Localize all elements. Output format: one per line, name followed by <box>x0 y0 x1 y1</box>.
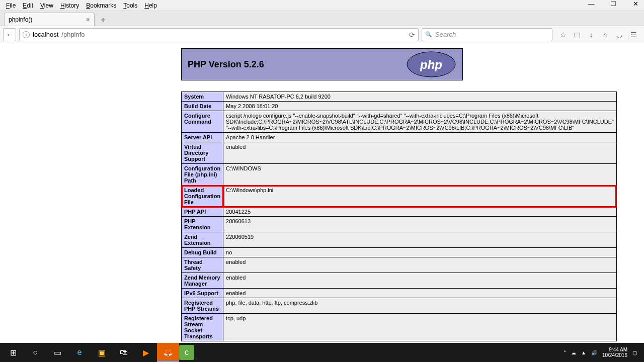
camtasia-icon[interactable]: c <box>179 345 194 360</box>
config-key: Loaded Configuration File <box>182 186 223 207</box>
tray-notifications-icon[interactable]: ▢ <box>632 350 637 355</box>
config-key: Virtual Directory Support <box>182 142 223 164</box>
config-key: PHP Extension <box>182 217 223 232</box>
cortana-icon[interactable]: ○ <box>24 343 46 362</box>
pocket-icon[interactable]: ◡ <box>615 31 624 39</box>
tray-up-icon[interactable]: ˄ <box>564 350 566 355</box>
minimize-button[interactable]: — <box>585 0 598 8</box>
tab-title: phpinfo() <box>9 16 32 23</box>
url-host: localhost <box>33 31 58 38</box>
config-value: 20060613 <box>223 217 617 232</box>
explorer-icon[interactable]: ▣ <box>91 343 113 362</box>
store-icon[interactable]: 🛍 <box>113 343 135 362</box>
config-key: Debug Build <box>182 248 223 257</box>
tray-volume-icon[interactable]: 🔊 <box>591 350 597 355</box>
menu-history[interactable]: History <box>57 1 82 10</box>
maximize-button[interactable]: ☐ <box>607 0 620 8</box>
firefox-icon[interactable]: 🦊 <box>157 343 179 362</box>
config-key: IPv6 Support <box>182 289 223 298</box>
phpinfo-table: SystemWindows NT RASATOP-PC 6.2 build 92… <box>181 92 617 341</box>
php-version-title: PHP Version 5.2.6 <box>188 59 264 70</box>
taskview-icon[interactable]: ▭ <box>46 343 68 362</box>
config-value: 20041225 <box>223 207 617 217</box>
hamburger-menu-icon[interactable]: ☰ <box>629 31 638 39</box>
home-icon[interactable]: ⌂ <box>601 31 610 39</box>
table-row: Registered Stream Socket Transportstcp, … <box>182 314 617 341</box>
tray-clock[interactable]: 9:44 AM 10/24/2016 <box>602 347 627 358</box>
config-value: Apache 2.0 Handler <box>223 133 617 142</box>
phpinfo-header: PHP Version 5.2.6 php <box>181 48 463 80</box>
tab-phpinfo[interactable]: phpinfo() × <box>4 13 95 26</box>
page-content[interactable]: PHP Version 5.2.6 php SystemWindows NT R… <box>0 43 644 343</box>
table-row: Server APIApache 2.0 Handler <box>182 133 617 142</box>
close-button[interactable]: ✕ <box>629 0 642 8</box>
config-value: cscript /nologo configure.js "--enable-s… <box>223 111 617 133</box>
config-value: Windows NT RASATOP-PC 6.2 build 9200 <box>223 92 617 102</box>
bookmark-star-icon[interactable]: ☆ <box>558 31 568 39</box>
menu-view[interactable]: View <box>37 1 56 10</box>
config-key: Registered Stream Socket Transports <box>182 314 223 341</box>
media-icon[interactable]: ▶ <box>135 343 157 362</box>
table-row: Configure Commandcscript /nologo configu… <box>182 111 617 133</box>
table-row: PHP Extension20060613 <box>182 217 617 232</box>
menu-help[interactable]: Help <box>141 1 160 10</box>
php-logo-icon: php <box>406 51 456 78</box>
config-value: tcp, udp <box>223 314 617 341</box>
start-button[interactable]: ⊞ <box>2 343 24 362</box>
config-key: Zend Memory Manager <box>182 273 223 289</box>
table-row: Thread Safetyenabled <box>182 257 617 273</box>
tray-wifi-icon[interactable]: ▲ <box>581 350 586 355</box>
downloads-icon[interactable]: ↓ <box>587 31 596 39</box>
table-row: Zend Extension220060519 <box>182 232 617 248</box>
table-row: SystemWindows NT RASATOP-PC 6.2 build 92… <box>182 92 617 102</box>
reload-icon[interactable]: ⟳ <box>409 31 415 39</box>
config-key: PHP API <box>182 207 223 217</box>
tab-close-icon[interactable]: × <box>86 16 90 24</box>
config-key: Server API <box>182 133 223 142</box>
table-row: Zend Memory Managerenabled <box>182 273 617 289</box>
library-icon[interactable]: ▤ <box>573 31 582 39</box>
table-row: Build DateMay 2 2008 18:01:20 <box>182 102 617 111</box>
table-row: Configuration File (php.ini) PathC:\WIND… <box>182 164 617 186</box>
menu-tools[interactable]: Tools <box>120 1 140 10</box>
config-value: 220060519 <box>223 232 617 248</box>
config-value: enabled <box>223 289 617 298</box>
search-input[interactable]: Search <box>422 28 552 41</box>
config-value: C:\Windows\php.ini <box>223 186 617 207</box>
config-value: php, file, data, http, ftp, compress.zli… <box>223 298 617 314</box>
table-row: IPv6 Supportenabled <box>182 289 617 298</box>
table-row: Virtual Directory Supportenabled <box>182 142 617 164</box>
config-value: May 2 2008 18:01:20 <box>223 102 617 111</box>
site-info-icon[interactable]: i <box>23 31 30 38</box>
config-value: enabled <box>223 142 617 164</box>
config-key: Thread Safety <box>182 257 223 273</box>
navbar: ← i localhost/phpinfo ⟳ Search ☆ ▤ ↓ ⌂ ◡… <box>0 26 644 43</box>
taskbar: ⊞ ○ ▭ e ▣ 🛍 ▶ 🦊 c ˄ ☁ ▲ 🔊 9:44 AM 10/24/… <box>0 343 644 362</box>
table-row: PHP API20041225 <box>182 207 617 217</box>
url-input[interactable]: i localhost/phpinfo ⟳ <box>19 28 419 41</box>
tray-onedrive-icon[interactable]: ☁ <box>571 350 576 355</box>
svg-text:php: php <box>420 58 442 71</box>
tabbar: phpinfo() × + <box>0 11 644 26</box>
table-row: Loaded Configuration FileC:\Windows\php.… <box>182 186 617 207</box>
config-key: System <box>182 92 223 102</box>
menu-edit[interactable]: Edit <box>20 1 36 10</box>
config-key: Build Date <box>182 102 223 111</box>
config-value: no <box>223 248 617 257</box>
edge-icon[interactable]: e <box>68 343 91 362</box>
config-value: C:\WINDOWS <box>223 164 617 186</box>
config-key: Registered PHP Streams <box>182 298 223 314</box>
menubar: File Edit View History Bookmarks Tools H… <box>0 0 644 11</box>
menu-file[interactable]: File <box>3 1 19 10</box>
config-value: enabled <box>223 257 617 273</box>
back-button[interactable]: ← <box>3 28 16 41</box>
config-key: Configure Command <box>182 111 223 133</box>
table-row: Registered PHP Streamsphp, file, data, h… <box>182 298 617 314</box>
menu-bookmarks[interactable]: Bookmarks <box>83 1 119 10</box>
new-tab-button[interactable]: + <box>98 15 109 26</box>
config-key: Configuration File (php.ini) Path <box>182 164 223 186</box>
url-path: /phpinfo <box>61 31 85 38</box>
table-row: Debug Buildno <box>182 248 617 257</box>
config-value: enabled <box>223 273 617 289</box>
config-key: Zend Extension <box>182 232 223 248</box>
